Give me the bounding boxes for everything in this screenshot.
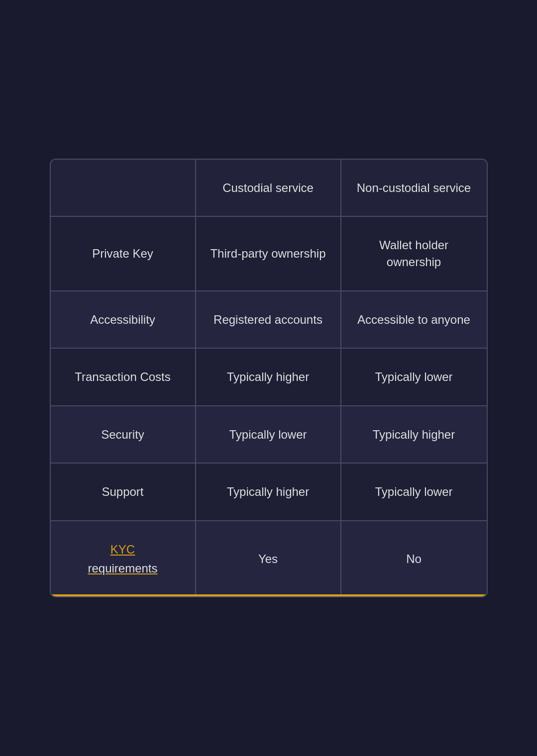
noncustodial-transaction-costs: Typically lower bbox=[341, 349, 487, 405]
noncustodial-support: Typically lower bbox=[341, 464, 487, 520]
table-header-row: Custodial service Non-custodial service bbox=[51, 160, 487, 217]
custodial-support: Typically higher bbox=[196, 464, 341, 520]
noncustodial-kyc: No bbox=[341, 521, 487, 596]
custodial-accessibility: Registered accounts bbox=[196, 291, 341, 348]
table-row-security: Security Typically lower Typically highe… bbox=[51, 406, 487, 464]
kyc-link-text[interactable]: KYC bbox=[110, 541, 135, 558]
table-row-private-key: Private Key Third-party ownership Wallet… bbox=[51, 217, 487, 291]
noncustodial-accessibility: Accessible to anyone bbox=[341, 291, 487, 348]
comparison-table: Custodial service Non-custodial service … bbox=[50, 159, 488, 597]
noncustodial-security: Typically higher bbox=[341, 406, 487, 463]
feature-accessibility: Accessibility bbox=[51, 291, 196, 348]
header-col1 bbox=[51, 160, 196, 216]
header-col2: Custodial service bbox=[196, 160, 341, 216]
table-row-accessibility: Accessibility Registered accounts Access… bbox=[51, 291, 487, 349]
custodial-kyc: Yes bbox=[196, 521, 341, 596]
feature-private-key: Private Key bbox=[51, 217, 196, 290]
noncustodial-private-key: Wallet holder ownership bbox=[341, 217, 487, 290]
custodial-private-key: Third-party ownership bbox=[196, 217, 341, 290]
header-col3: Non-custodial service bbox=[341, 160, 487, 216]
feature-security: Security bbox=[51, 406, 196, 463]
kyc-requirements-text: requirements bbox=[88, 560, 157, 577]
feature-kyc[interactable]: KYC requirements bbox=[51, 521, 196, 596]
table-row-support: Support Typically higher Typically lower bbox=[51, 464, 487, 521]
feature-support: Support bbox=[51, 464, 196, 520]
table-row-kyc: KYC requirements Yes No bbox=[51, 521, 487, 596]
table-row-transaction-costs: Transaction Costs Typically higher Typic… bbox=[51, 349, 487, 406]
custodial-transaction-costs: Typically higher bbox=[196, 349, 341, 405]
feature-transaction-costs: Transaction Costs bbox=[51, 349, 196, 405]
custodial-security: Typically lower bbox=[196, 406, 341, 463]
